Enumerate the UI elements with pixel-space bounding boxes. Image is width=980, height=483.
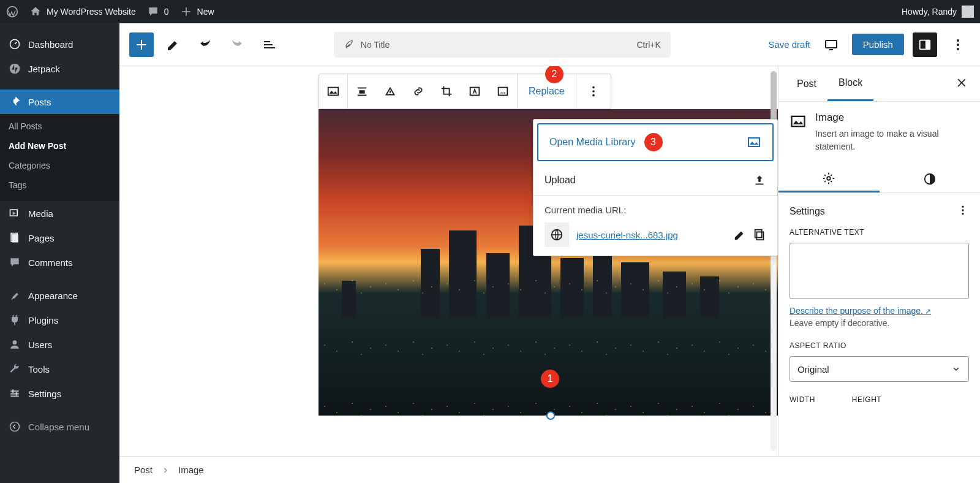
- text-overlay-button[interactable]: [461, 74, 489, 108]
- site-home-link[interactable]: My WordPress Website: [29, 6, 136, 18]
- sidebar-item-posts[interactable]: Posts: [0, 89, 119, 114]
- close-panel-button[interactable]: [951, 72, 973, 96]
- gear-icon: [822, 172, 835, 185]
- svg-point-41: [962, 209, 963, 211]
- sidebar-item-media[interactable]: Media: [0, 201, 119, 226]
- add-block-button[interactable]: [129, 32, 154, 57]
- sidebar-item-comments[interactable]: Comments: [0, 250, 119, 275]
- howdy-text: Howdy, Randy: [902, 7, 957, 17]
- more-vertical-icon: [587, 85, 600, 98]
- upload-label: Upload: [545, 175, 576, 186]
- media-url-link[interactable]: jesus-curiel-nsk...683.jpg: [576, 230, 726, 240]
- plus-icon: [180, 6, 192, 18]
- comment-icon: [9, 256, 21, 268]
- alt-text-input[interactable]: [790, 243, 969, 299]
- block-description: Insert an image to make a visual stateme…: [815, 127, 969, 153]
- title-shortcut: Ctrl+K: [637, 40, 661, 50]
- image-icon: [747, 135, 761, 150]
- svg-rect-23: [390, 91, 391, 93]
- redo-button[interactable]: [225, 32, 249, 57]
- brush-icon: [9, 289, 21, 302]
- site-name: My WordPress Website: [47, 7, 136, 17]
- resize-handle-bottom[interactable]: [546, 411, 555, 420]
- comments-link[interactable]: 0: [147, 6, 169, 18]
- submenu-add-new-post[interactable]: Add New Post: [0, 136, 119, 156]
- publish-button[interactable]: Publish: [852, 34, 904, 55]
- redo-icon: [230, 37, 244, 52]
- svg-point-6: [13, 340, 17, 344]
- edit-url-button[interactable]: [733, 228, 747, 242]
- scrollbar-thumb[interactable]: [771, 71, 777, 126]
- tab-block[interactable]: Block: [827, 66, 873, 101]
- more-vertical-icon: [951, 37, 965, 52]
- chevron-down-icon: [951, 364, 961, 374]
- options-button[interactable]: [946, 32, 970, 57]
- triangle-icon: [383, 85, 397, 98]
- sidebar-collapse[interactable]: Collapse menu: [0, 414, 119, 439]
- alt-help-text: Leave empty if decorative.: [790, 318, 969, 328]
- howdy-user[interactable]: Howdy, Randy: [902, 6, 974, 18]
- wp-logo[interactable]: [6, 6, 18, 18]
- svg-point-29: [504, 93, 505, 94]
- caption-button[interactable]: [376, 74, 404, 108]
- sidebar-item-dashboard[interactable]: Dashboard: [0, 32, 119, 56]
- upload-button[interactable]: Upload: [533, 165, 777, 196]
- settings-section-label: Settings: [790, 206, 825, 217]
- breadcrumb-post[interactable]: Post: [134, 465, 153, 475]
- undo-icon: [198, 37, 213, 52]
- tab-post[interactable]: Post: [786, 66, 827, 101]
- sidebar-item-label: Pages: [28, 233, 55, 243]
- submenu-categories[interactable]: Categories: [0, 156, 119, 175]
- duotone-button[interactable]: [489, 74, 517, 108]
- styles-tab[interactable]: [880, 165, 981, 192]
- text-frame-icon: [468, 85, 481, 98]
- sidebar-item-plugins[interactable]: Plugins: [0, 308, 119, 332]
- svg-point-30: [592, 86, 595, 89]
- new-link[interactable]: New: [180, 6, 214, 18]
- sidebar-item-appearance[interactable]: Appearance: [0, 283, 119, 308]
- sidebar-item-tools[interactable]: Tools: [0, 357, 119, 381]
- settings-panel-toggle[interactable]: [913, 32, 937, 57]
- submenu-tags[interactable]: Tags: [0, 175, 119, 195]
- svg-point-28: [502, 93, 503, 94]
- duotone-icon: [496, 85, 510, 98]
- undo-button[interactable]: [193, 32, 217, 57]
- preview-button[interactable]: [819, 32, 843, 57]
- title-search-bar[interactable]: No Title Ctrl+K: [334, 32, 671, 58]
- settings-more-button[interactable]: [957, 204, 969, 218]
- admin-bar: My WordPress Website 0 New Howdy, Randy: [0, 0, 980, 23]
- crop-button[interactable]: [432, 74, 461, 108]
- svg-point-31: [592, 90, 595, 93]
- link-button[interactable]: [404, 74, 432, 108]
- submenu-all-posts[interactable]: All Posts: [0, 116, 119, 136]
- more-vertical-icon: [957, 204, 969, 216]
- sidebar-item-users[interactable]: Users: [0, 332, 119, 357]
- svg-rect-20: [358, 88, 367, 89]
- align-button[interactable]: [348, 74, 376, 108]
- copy-url-button[interactable]: [753, 228, 766, 242]
- height-label: HEIGHT: [852, 395, 881, 404]
- settings-tab[interactable]: [778, 165, 880, 192]
- sidebar-item-settings[interactable]: Settings: [0, 381, 119, 406]
- edit-mode-button[interactable]: [161, 32, 186, 57]
- sidebar-item-pages[interactable]: Pages: [0, 226, 119, 250]
- sidebar-item-jetpack[interactable]: Jetpack: [0, 56, 119, 81]
- svg-rect-36: [755, 230, 762, 238]
- open-media-library-button[interactable]: Open Media Library 3: [537, 123, 774, 161]
- jetpack-icon: [9, 63, 21, 75]
- aspect-ratio-select[interactable]: Original: [790, 356, 969, 382]
- editor-canvas[interactable]: Replace 2: [119, 66, 778, 456]
- breadcrumb-image[interactable]: Image: [178, 465, 204, 475]
- describe-image-link[interactable]: Describe the purpose of the image.: [790, 306, 931, 316]
- panel-tabs: Post Block: [778, 66, 980, 102]
- block-toolbar: Replace: [318, 74, 611, 109]
- svg-point-18: [957, 48, 959, 50]
- block-type-button[interactable]: [319, 74, 347, 108]
- block-more-button[interactable]: [576, 74, 611, 108]
- save-draft-button[interactable]: Save draft: [768, 39, 810, 50]
- annotation-badge-1: 1: [541, 370, 559, 388]
- admin-sidebar: Dashboard Jetpack Posts All Posts Add Ne…: [0, 23, 119, 483]
- align-icon: [355, 85, 369, 98]
- settings-icon: [9, 387, 21, 400]
- list-view-button[interactable]: [257, 32, 281, 57]
